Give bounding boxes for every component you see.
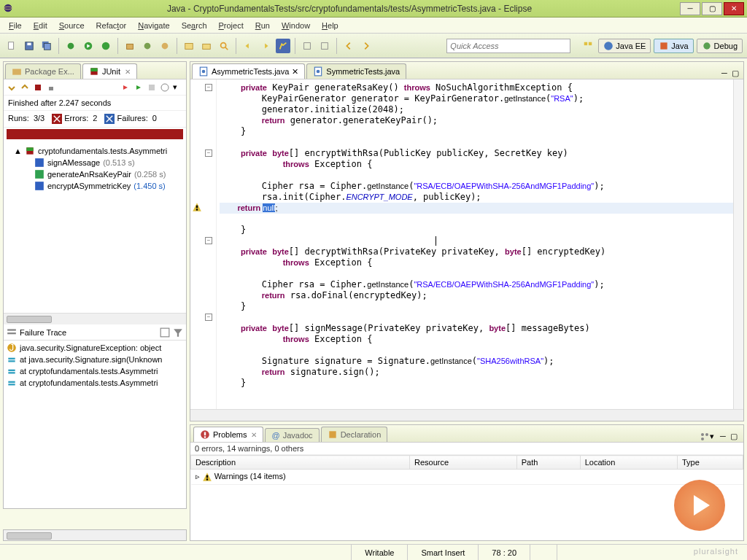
tree-test-row[interactable]: encryptASymmetricKey (1.450 s)	[5, 180, 185, 192]
fold-icon[interactable]: −	[205, 149, 212, 157]
menu-navigate[interactable]: Navigate	[132, 20, 175, 31]
new-type-button[interactable]	[158, 39, 172, 53]
close-icon[interactable]: ✕	[292, 67, 298, 77]
scroll-lock-icon[interactable]	[46, 82, 56, 93]
left-bottom-scrollbar[interactable]	[3, 529, 187, 541]
tab-problems[interactable]: Problems✕	[193, 427, 263, 442]
tree-suite-row[interactable]: ▲ cryptofundamentals.tests.Asymmetri	[5, 145, 185, 157]
code-editor[interactable]: private KeyPair generateRsaKey() throws …	[217, 79, 733, 409]
minimize-view-icon[interactable]: ─	[721, 69, 732, 79]
open-perspective-button[interactable]	[581, 39, 595, 53]
svg-point-60	[705, 433, 708, 436]
svg-point-12	[162, 42, 169, 49]
perspective-javaee[interactable]: Java EE	[598, 39, 651, 53]
maximize-button[interactable]: ▢	[702, 2, 722, 15]
svg-rect-27	[35, 85, 41, 90]
svg-rect-17	[304, 42, 311, 49]
pin-button[interactable]	[300, 39, 314, 53]
status-insert-mode: Smart Insert	[407, 545, 478, 560]
svg-rect-58	[329, 431, 336, 438]
annotation-prev-button[interactable]	[241, 39, 255, 53]
rerun-failed-icon[interactable]	[133, 82, 144, 93]
error-marker-icon[interactable]	[192, 202, 202, 212]
new-button[interactable]	[4, 39, 19, 53]
quick-access-input[interactable]	[446, 39, 570, 53]
svg-rect-45	[8, 370, 15, 371]
view-menu-icon[interactable]: ▾	[173, 82, 183, 93]
folder-button[interactable]	[199, 39, 214, 53]
search-button[interactable]	[217, 39, 231, 53]
tab-declaration[interactable]: Declaration	[321, 427, 388, 442]
dropdown-icon[interactable]: ▾	[710, 432, 720, 442]
open-type-button[interactable]	[182, 39, 196, 53]
menu-edit[interactable]: Edit	[28, 20, 53, 31]
close-icon[interactable]: ✕	[251, 431, 257, 439]
menu-refactor[interactable]: Refactor	[90, 20, 133, 31]
tab-package-explorer[interactable]: Package Ex...	[5, 63, 81, 79]
menu-run[interactable]: Run	[249, 20, 276, 31]
svg-rect-53	[196, 206, 198, 209]
close-button[interactable]: ✕	[724, 2, 744, 15]
compare-icon[interactable]	[160, 327, 170, 338]
failure-trace[interactable]: Jjava.security.SignatureException: objec…	[4, 341, 186, 508]
perspective-debug[interactable]: Debug	[697, 39, 743, 53]
col-location[interactable]: Location	[580, 456, 677, 470]
stop-icon[interactable]	[147, 82, 157, 93]
history-icon[interactable]	[160, 82, 170, 93]
editor-tab-asymmetric[interactable]: AsymmetricTests.java✕	[192, 63, 305, 79]
run-button[interactable]	[81, 39, 96, 53]
maximize-view-icon[interactable]: ▢	[730, 432, 740, 442]
maximize-view-icon[interactable]: ▢	[732, 69, 742, 79]
menu-help[interactable]: Help	[316, 20, 344, 31]
failures-only-icon[interactable]	[33, 82, 43, 93]
fold-icon[interactable]: −	[205, 237, 212, 244]
rerun-icon[interactable]	[120, 82, 131, 93]
next-failure-icon[interactable]	[7, 82, 17, 93]
col-description[interactable]: Description	[191, 456, 410, 470]
save-all-button[interactable]	[39, 39, 54, 53]
filter-icon[interactable]	[173, 327, 183, 338]
editor-gutter[interactable]: − − − −	[190, 79, 217, 409]
tree-test-row[interactable]: signAMessage (0.513 s)	[5, 157, 185, 168]
view-menu-icon[interactable]	[700, 432, 710, 442]
editor-horizontal-scrollbar[interactable]	[190, 409, 743, 421]
tab-javadoc[interactable]: @ Javadoc	[265, 428, 319, 442]
col-path[interactable]: Path	[516, 456, 580, 470]
new-package-button[interactable]	[123, 39, 137, 53]
back-button[interactable]	[341, 39, 356, 53]
problems-table[interactable]: Description Resource Path Location Type …	[190, 455, 743, 540]
junit-tree[interactable]: ▲ cryptofundamentals.tests.Asymmetri sig…	[4, 142, 186, 313]
save-button[interactable]	[22, 39, 36, 53]
col-type[interactable]: Type	[677, 456, 743, 470]
problems-view: Problems✕ @ Javadoc Declaration ▾ ─ ▢ 0 …	[190, 424, 744, 541]
quick-access	[446, 39, 570, 53]
minimize-view-icon[interactable]: ─	[720, 432, 730, 442]
refresh-button[interactable]	[317, 39, 332, 53]
menu-file[interactable]: File	[3, 20, 28, 31]
table-row[interactable]: ▹ Warnings (14 items)	[191, 470, 743, 485]
new-class-button[interactable]	[140, 39, 155, 53]
close-icon[interactable]: ✕	[125, 68, 131, 76]
tree-test-row[interactable]: generateAnRsaKeyPair (0.258 s)	[5, 168, 185, 180]
prev-failure-icon[interactable]	[20, 82, 30, 93]
junit-counters: Runs: 3/3 Errors: 2 Failures: 0	[4, 111, 186, 128]
debug-button[interactable]	[63, 39, 78, 53]
col-resource[interactable]: Resource	[410, 456, 517, 470]
editor-tab-symmetric[interactable]: SymmetricTests.java	[306, 63, 406, 79]
svg-rect-26	[90, 68, 97, 71]
menu-source[interactable]: Source	[53, 20, 90, 31]
horizontal-scrollbar[interactable]	[4, 313, 186, 324]
menu-search[interactable]: Search	[176, 20, 213, 31]
overview-ruler[interactable]	[733, 79, 743, 409]
fold-icon[interactable]: −	[205, 84, 212, 91]
minimize-button[interactable]: ─	[680, 2, 700, 15]
annotation-next-button[interactable]	[258, 39, 273, 53]
menu-project[interactable]: Project	[213, 20, 249, 31]
tab-junit[interactable]: JUnit✕	[82, 63, 137, 79]
run-last-button[interactable]	[98, 39, 113, 53]
mark-button[interactable]	[276, 39, 290, 53]
perspective-java[interactable]: Java	[654, 39, 693, 53]
menu-window[interactable]: Window	[276, 20, 316, 31]
fold-icon[interactable]: −	[205, 314, 212, 321]
forward-button[interactable]	[359, 39, 374, 53]
